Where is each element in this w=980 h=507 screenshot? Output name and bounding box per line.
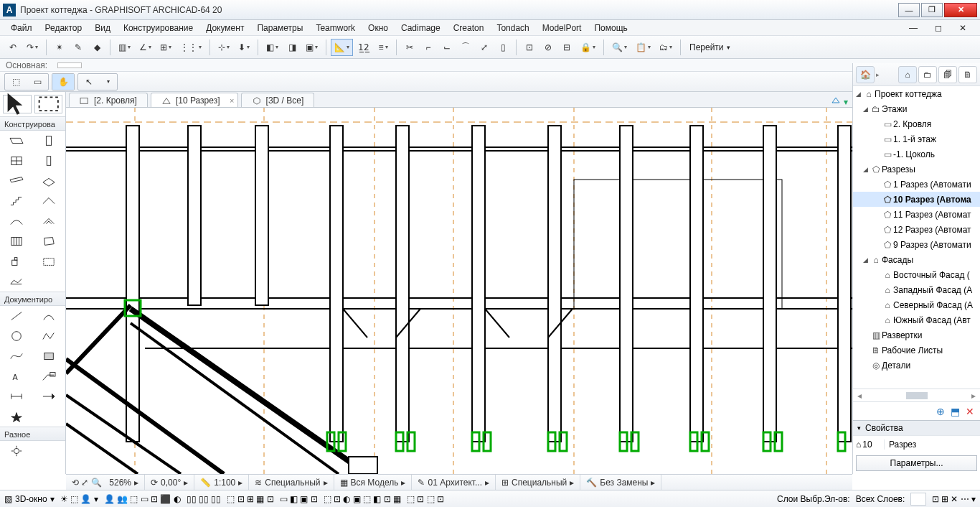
layer-combo[interactable]: ≋ Специальный ▸ (249, 475, 334, 490)
intersect-button[interactable]: ⌙ (438, 39, 456, 56)
inject-button[interactable]: ✎ (70, 39, 87, 56)
trace-button[interactable]: ◧ (263, 39, 282, 56)
nav-delete-button[interactable]: ✕ (966, 406, 974, 417)
ruler12-button[interactable]: 1̲2̲ (354, 39, 373, 56)
menu-design[interactable]: Конструирование (117, 22, 199, 34)
curtainwall-tool[interactable] (0, 231, 33, 251)
arrow-tool[interactable] (3, 95, 32, 113)
adjust-button[interactable]: ⌐ (420, 39, 437, 56)
model-filter[interactable]: ▦ Вся Модель ▸ (334, 475, 413, 490)
lock-button[interactable]: 🔒 (577, 39, 599, 56)
line-tool[interactable] (0, 306, 33, 326)
tab-section[interactable]: [10 Разрез]× (151, 93, 238, 107)
mdi-restore-icon[interactable]: ◻ (928, 22, 948, 34)
mdi-close-icon[interactable]: ✕ (953, 22, 973, 34)
menu-tondach[interactable]: Tondach (490, 22, 535, 34)
guide-button[interactable]: ∠ (136, 39, 155, 56)
zone-tool[interactable] (33, 251, 66, 271)
skylight-tool[interactable] (33, 211, 66, 231)
suspend-button[interactable]: ⊘ (540, 39, 557, 56)
dimension-tool[interactable] (0, 386, 33, 406)
ruler-button[interactable]: ▥ (115, 39, 134, 56)
tab-plan[interactable]: [2. Кровля] (69, 93, 148, 107)
morph-tool[interactable] (33, 231, 66, 251)
menu-window[interactable]: Окно (362, 22, 395, 34)
menu-cadimage[interactable]: Cadimage (395, 22, 447, 34)
menu-help[interactable]: Помощь (588, 22, 633, 34)
tab-3d[interactable]: [3D / Все] (241, 93, 315, 107)
lamp-tool[interactable] (0, 441, 33, 461)
organizer-button[interactable]: 📋 (632, 39, 654, 56)
menu-file[interactable]: Файл (4, 22, 39, 34)
favorites-button[interactable]: ◆ (88, 39, 105, 56)
menu-edit[interactable]: Редактор (39, 22, 89, 34)
tab-overflow-button[interactable]: ▾ (826, 95, 852, 107)
find-button[interactable]: 🔍 (608, 39, 631, 56)
marquee2-button[interactable]: ▭ (27, 74, 48, 90)
scale-control[interactable]: 📏 1:100 ▸ (194, 475, 249, 490)
circle-tool[interactable] (0, 326, 33, 346)
polyline-tool[interactable] (33, 326, 66, 346)
group-button[interactable]: ⊡ (521, 39, 538, 56)
menu-teamwork[interactable]: Teamwork (309, 22, 362, 34)
mesh-tool[interactable] (0, 271, 33, 292)
document-header[interactable]: Документиро (0, 292, 65, 306)
menu-view[interactable]: Вид (88, 22, 117, 34)
angle-control[interactable]: ⟳ 0,00° ▸ (145, 475, 194, 490)
hotspot-tool[interactable] (0, 406, 33, 427)
mvo[interactable]: ⊞ Специальный ▸ (496, 475, 580, 490)
roof-tool[interactable] (33, 191, 66, 211)
pick-button[interactable]: ✴ (51, 39, 68, 56)
layout-button[interactable]: 🗂 (656, 39, 676, 56)
nav-view1-button[interactable]: ⌂ (898, 66, 917, 83)
renovation[interactable]: 🔨 Без Замены ▸ (580, 475, 661, 490)
arrow-mode-drop[interactable]: ▾ (100, 74, 117, 90)
menu-creaton[interactable]: Creaton (447, 22, 491, 34)
shell-tool[interactable] (0, 211, 33, 231)
fill-tool[interactable] (33, 346, 66, 366)
maximize-button[interactable]: ❐ (921, 3, 943, 17)
gridsnap-button[interactable]: ⊹ (215, 39, 233, 56)
snap-button[interactable]: ⊞ (156, 39, 175, 56)
hand-button[interactable]: ✋ (52, 74, 74, 90)
arrow-mode-button[interactable]: ↖ (78, 74, 100, 90)
trace3-button[interactable]: ▣ (302, 39, 321, 56)
beam-tool[interactable] (0, 171, 33, 191)
marquee-tool[interactable] (34, 95, 63, 113)
prop-name-field[interactable]: Разрез (885, 439, 980, 450)
split-button[interactable]: ▯ (494, 39, 512, 56)
navigator-tree[interactable]: ◢⌂Проект коттеджа ◢🗀Этажи ▭2. Кровля ▭1.… (853, 86, 980, 389)
measure-button[interactable]: 📐 (331, 39, 353, 56)
nav-save-button[interactable]: ⬒ (951, 406, 960, 417)
arc-tool[interactable] (33, 306, 66, 326)
wall-tool[interactable] (0, 131, 33, 151)
zoom-controls[interactable]: ⟲ ⤢ 🔍 526% ▸ (66, 475, 145, 490)
align-button[interactable]: ≡ (374, 39, 392, 56)
grid-button[interactable]: ⋮⋮ (176, 39, 205, 56)
trace2-button[interactable]: ◨ (283, 39, 301, 56)
marquee1-button[interactable]: ⬚ (5, 74, 27, 90)
misc-header[interactable]: Разное (0, 427, 65, 441)
label-tool[interactable] (33, 366, 66, 386)
menu-document[interactable]: Документ (199, 22, 250, 34)
menu-options[interactable]: Параметры (250, 22, 309, 34)
tab-close-icon[interactable]: × (230, 96, 234, 105)
nav-new-button[interactable]: ⊕ (936, 406, 945, 417)
text-tool[interactable]: A (0, 366, 33, 386)
slab-tool[interactable] (33, 171, 66, 191)
level-tool[interactable] (33, 386, 66, 406)
mdi-minimize-icon[interactable]: — (903, 22, 924, 34)
gravity-button[interactable]: ⬇ (235, 39, 253, 56)
design-header[interactable]: Конструирова (0, 116, 65, 131)
cut-button[interactable]: ✂ (401, 39, 418, 56)
nav-view4-button[interactable]: 🗎 (958, 66, 977, 83)
window-tool[interactable] (0, 151, 33, 171)
default-swatch[interactable] (57, 62, 82, 68)
column-tool[interactable] (33, 151, 66, 171)
ungroup-button[interactable]: ⊟ (558, 39, 575, 56)
minimize-button[interactable]: — (898, 3, 920, 17)
stair-tool[interactable] (0, 191, 33, 211)
door-tool[interactable] (33, 131, 66, 151)
drawing-canvas[interactable] (66, 108, 852, 474)
close-button[interactable]: ✕ (944, 3, 977, 17)
